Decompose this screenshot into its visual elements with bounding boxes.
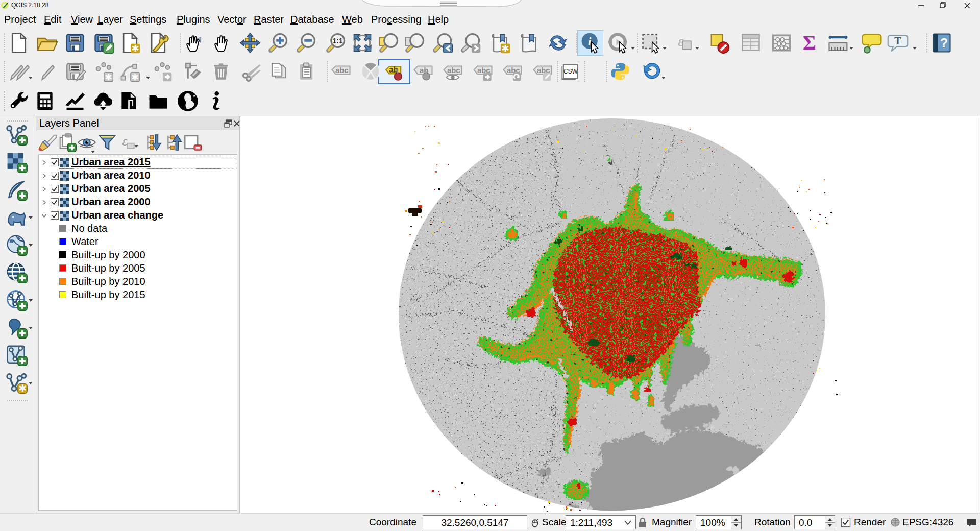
svg-text:✱: ✱ — [105, 72, 112, 82]
svg-text:?: ? — [940, 36, 948, 50]
svg-text:✱: ✱ — [131, 72, 139, 82]
svg-text:✱: ✱ — [501, 43, 509, 54]
svg-text:i: i — [588, 35, 592, 48]
svg-text:abc: abc — [335, 66, 349, 75]
svg-text:abc: abc — [447, 66, 460, 75]
svg-text:Σ: Σ — [803, 32, 816, 54]
svg-text:✱: ✱ — [131, 43, 139, 54]
svg-text:1:1: 1:1 — [333, 37, 343, 45]
svg-text:CSW: CSW — [564, 68, 578, 75]
svg-text:✱: ✱ — [18, 383, 27, 394]
svg-text:T: T — [894, 35, 901, 46]
svg-text:ε: ε — [122, 134, 127, 148]
